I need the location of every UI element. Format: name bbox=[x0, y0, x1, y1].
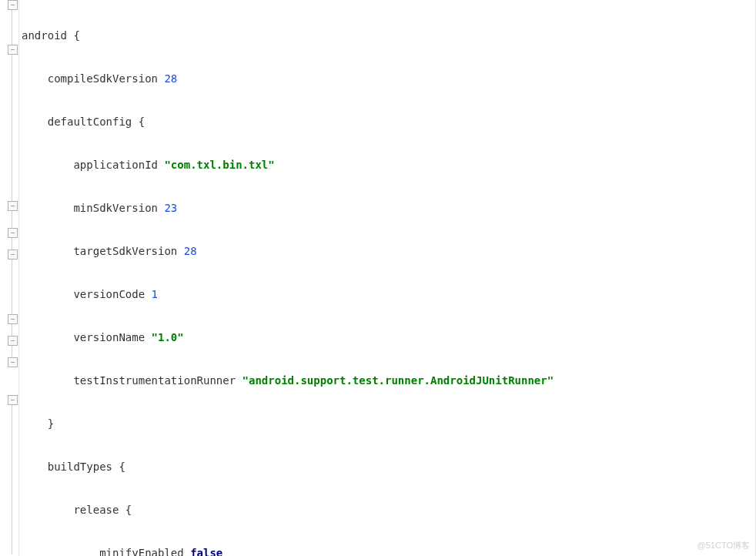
fold-toggle-icon[interactable]: − bbox=[8, 314, 18, 324]
code-line: minSdkVersion 23 bbox=[22, 197, 753, 219]
code-line: android { bbox=[22, 25, 753, 46]
fold-toggle-icon[interactable]: − bbox=[8, 336, 18, 346]
code-line: compileSdkVersion 28 bbox=[22, 68, 753, 89]
code-line: versionCode 1 bbox=[22, 283, 753, 305]
code-line: release { bbox=[22, 499, 753, 521]
fold-guide-line bbox=[12, 5, 12, 359]
fold-toggle-icon[interactable]: − bbox=[8, 357, 18, 367]
fold-toggle-icon[interactable]: − bbox=[8, 228, 18, 238]
watermark: @51CTO博客 bbox=[697, 540, 750, 551]
fold-toggle-icon[interactable]: − bbox=[8, 250, 18, 260]
fold-toggle-icon[interactable]: − bbox=[8, 395, 18, 405]
code-line: } bbox=[22, 413, 753, 434]
code-line: defaultConfig { bbox=[22, 111, 753, 132]
code-line: minifyEnabled false bbox=[22, 542, 753, 556]
code-line: buildTypes { bbox=[22, 456, 753, 477]
editor-gutter bbox=[0, 0, 19, 556]
fold-toggle-icon[interactable]: − bbox=[8, 45, 18, 55]
fold-toggle-icon[interactable]: − bbox=[8, 201, 18, 211]
code-line: testInstrumentationRunner "android.suppo… bbox=[22, 370, 753, 391]
code-line: versionName "1.0" bbox=[22, 327, 753, 348]
fold-toggle-icon[interactable]: − bbox=[8, 0, 18, 10]
code-line: targetSdkVersion 28 bbox=[22, 240, 753, 262]
code-editor[interactable]: android { compileSdkVersion 28 defaultCo… bbox=[22, 3, 753, 556]
fold-guide-line bbox=[12, 400, 12, 554]
code-line: applicationId "com.txl.bin.txl" bbox=[22, 154, 753, 176]
